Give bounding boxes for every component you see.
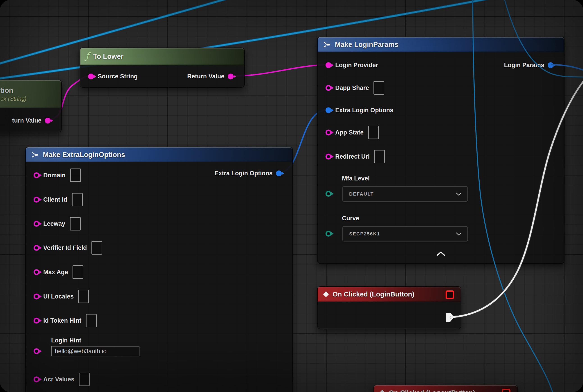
pin-row-max-age: Max Age [26,266,292,279]
pin-label: Extra Login Options [335,107,393,114]
pin-row-leeway: Leeway [26,217,292,230]
curve-label: Curve [342,215,359,222]
pin-row-id-token-hint: Id Token Hint [26,314,292,327]
curve-dropdown[interactable]: SECP256K1 [342,226,468,242]
pin-label: Acr Values [43,376,74,383]
curve-pin[interactable] [326,231,331,236]
node-title: Make LoginParams [335,40,398,49]
pin-label: Leeway [43,220,65,227]
pin-row-return-value: Return Value [187,73,244,80]
ui-locales-value-box[interactable] [78,290,89,303]
pin-label: Login Provider [335,62,378,69]
login-provider-pin[interactable] [326,62,331,68]
pin-row-acr-values: Acr Values [26,373,292,386]
pin-label: Client Id [43,196,67,203]
pin-label: Verifier Id Field [43,244,87,252]
chevron-down-icon [456,232,462,236]
pin-row-ui-locales: Ui Locales [26,290,292,303]
source-string-pin[interactable] [88,74,94,79]
app-state-pin[interactable] [326,130,331,136]
pin-label: Ui Locales [43,293,74,300]
event-diamond-icon [323,291,329,297]
node-partial-function[interactable]: tion ox (String) turn Value [0,80,62,132]
domain-pin[interactable] [34,172,40,178]
exec-out-pin[interactable] [446,313,454,322]
node-title: tion [0,86,13,94]
id-token-hint-value-box[interactable] [86,314,97,327]
pin-row-extra-login-options-in: Extra Login Options [318,107,564,114]
blueprint-graph-canvas[interactable]: tion ox (String) turn Value ƒ To Lower S… [0,0,583,392]
redirect-url-value-box[interactable] [374,150,385,163]
pin-label: Dapp Share [335,84,369,92]
login-hint-label: Login Hint [51,337,81,344]
login-hint-pin[interactable] [34,348,40,354]
login-hint-input[interactable]: hello@web3auth.io [51,346,140,356]
function-icon: ƒ [86,51,89,60]
acr-values-pin[interactable] [34,376,40,382]
client-id-pin[interactable] [34,197,40,202]
max-age-pin[interactable] [34,269,40,275]
delegate-pin[interactable] [446,290,454,299]
delegate-pin[interactable] [502,389,510,392]
return-value-pin[interactable] [45,118,51,124]
node-on-clicked-loginbutton[interactable]: On Clicked (LoginButton) [317,286,461,329]
pin-label: Id Token Hint [43,317,81,324]
curve-value: SECP256K1 [349,231,456,236]
acr-values-value-box[interactable] [79,373,90,386]
chevron-down-icon [456,192,462,196]
id-token-hint-pin[interactable] [34,318,40,324]
pin-label: turn Value [12,117,42,124]
pin-row-return-value: turn Value [12,117,61,124]
pin-label: Return Value [187,73,224,80]
event-diamond-icon [379,390,385,392]
node-subtitle: ox (String) [0,96,26,102]
return-value-pin[interactable] [228,74,234,79]
make-struct-icon [323,42,331,48]
verifier-id-field-value-box[interactable] [92,241,102,254]
node-title: On Clicked (LoginButton) [332,290,414,298]
collapse-chevron-icon[interactable] [436,251,445,256]
node-make-loginparams[interactable]: Make LoginParams Login Params Login Prov… [317,37,564,264]
leeway-pin[interactable] [34,221,40,227]
redirect-url-pin[interactable] [326,154,331,160]
mfa-level-pin[interactable] [326,191,331,197]
node-title: To Lower [93,52,124,60]
pin-label: Source String [98,73,138,80]
node-title: Make ExtraLoginOptions [43,151,125,159]
pin-row-login-provider: Login Provider [318,62,564,69]
pin-label: Max Age [43,269,68,276]
pin-row-verifier-id-field: Verifier Id Field [26,241,292,254]
mfa-level-value: DEFAULT [349,191,456,197]
pin-row-redirect-url: Redirect Url [318,150,564,163]
pin-row-app-state: App State [318,126,564,139]
ui-locales-pin[interactable] [34,294,40,300]
extra-login-options-in-pin[interactable] [326,107,331,113]
login-hint-value: hello@web3auth.io [55,348,106,355]
client-id-value-box[interactable] [72,193,83,206]
max-age-value-box[interactable] [72,266,83,279]
pin-label: Redirect Url [335,153,370,160]
pin-row-client-id: Client Id [26,193,292,206]
mfa-level-dropdown[interactable]: DEFAULT [342,186,468,202]
app-state-value-box[interactable] [368,126,379,139]
node-to-lower[interactable]: ƒ To Lower Source String Return Value [80,48,245,88]
pin-label: Domain [43,172,66,179]
dapp-share-value-box[interactable] [374,81,384,94]
mfa-level-label: Mfa Level [342,175,370,182]
pin-row-dapp-share: Dapp Share [318,81,564,94]
pin-label: App State [335,129,364,136]
node-title: On Clicked (LogoutButton) [389,389,475,392]
verifier-id-field-pin[interactable] [34,245,40,251]
node-on-clicked-logoutbutton[interactable]: On Clicked (LogoutButton) [374,385,518,392]
dapp-share-pin[interactable] [326,85,331,91]
pin-row-domain: Domain [26,168,292,182]
leeway-value-box[interactable] [70,217,81,230]
domain-value-box[interactable] [70,168,81,182]
node-make-extraloginoptions[interactable]: Make ExtraLoginOptions Extra Login Optio… [25,147,293,392]
make-struct-icon [31,152,39,158]
